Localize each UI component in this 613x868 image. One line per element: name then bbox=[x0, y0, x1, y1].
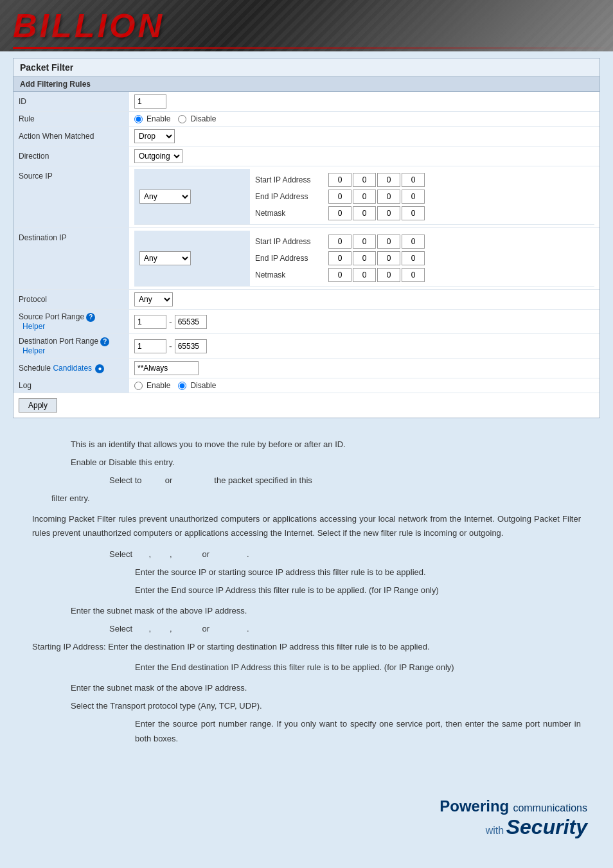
source-ip-select[interactable]: Any Single Range bbox=[139, 190, 191, 204]
source-netmask-4[interactable] bbox=[402, 206, 425, 220]
rule-enable-label[interactable]: Enable bbox=[134, 114, 170, 123]
source-end-ip4[interactable] bbox=[402, 190, 425, 204]
source-netmask-1[interactable] bbox=[328, 206, 351, 220]
desc-para4: Select , , or . bbox=[32, 547, 581, 562]
description-area: This is an identify that allows you to m… bbox=[13, 431, 600, 759]
desc-para3: Incoming Packet Filter rules prevent una… bbox=[32, 512, 581, 540]
log-enable-radio[interactable] bbox=[134, 382, 143, 390]
dest-end-ip1[interactable] bbox=[328, 251, 351, 265]
desc-para4-comma2: , bbox=[170, 549, 172, 559]
schedule-label: Schedule bbox=[19, 364, 51, 373]
apply-button[interactable]: Apply bbox=[19, 398, 57, 412]
direction-select[interactable]: Outgoing Incoming bbox=[134, 149, 182, 163]
candidates-link[interactable]: Candidates bbox=[53, 364, 92, 373]
dest-start-ip3[interactable] bbox=[377, 235, 400, 249]
source-start-fields bbox=[328, 173, 425, 187]
source-end-label: End IP Address bbox=[255, 192, 326, 201]
direction-row: Direction Outgoing Incoming bbox=[13, 146, 600, 166]
dest-end-ip3[interactable] bbox=[377, 251, 400, 265]
action-row: Action When Matched Drop Accept Reject bbox=[13, 127, 600, 146]
dest-start-ip4[interactable] bbox=[402, 235, 425, 249]
form-table: ID Rule Enable Disable bbox=[13, 92, 600, 393]
with-text: with bbox=[486, 825, 504, 836]
direction-cell: Outgoing Incoming bbox=[129, 146, 600, 166]
desc-para4b: Enter the source IP or starting source I… bbox=[32, 565, 581, 580]
dest-start-fields bbox=[328, 235, 425, 249]
source-port-range: - bbox=[134, 315, 594, 329]
dest-ip-select[interactable]: Any Single Range bbox=[139, 251, 191, 265]
schedule-label-cell: Schedule Candidates ● bbox=[13, 359, 129, 378]
dest-port-start[interactable] bbox=[134, 339, 166, 353]
log-disable-text: Disable bbox=[190, 381, 216, 390]
rule-enable-text: Enable bbox=[147, 114, 170, 123]
dest-netmask-4[interactable] bbox=[402, 268, 425, 282]
communications-text: communications bbox=[513, 802, 587, 813]
protocol-select[interactable]: Any TCP UDP bbox=[134, 292, 173, 306]
dest-start-ip1[interactable] bbox=[328, 235, 351, 249]
log-disable-label[interactable]: Disable bbox=[178, 381, 216, 390]
action-cell: Drop Accept Reject bbox=[129, 127, 600, 146]
log-label: Log bbox=[13, 378, 129, 393]
source-netmask-fields bbox=[328, 206, 425, 220]
id-cell bbox=[129, 92, 600, 112]
dest-port-helper-link[interactable]: Helper bbox=[22, 346, 45, 355]
log-disable-radio[interactable] bbox=[178, 382, 186, 390]
source-end-ip1[interactable] bbox=[328, 190, 351, 204]
source-port-end[interactable] bbox=[175, 315, 207, 329]
rule-disable-text: Disable bbox=[190, 114, 216, 123]
desc-para8: Enter the End destination IP Address thi… bbox=[32, 660, 581, 675]
desc-para1b: Enable or Disable this entry. bbox=[32, 456, 581, 470]
source-start-ip1[interactable] bbox=[328, 173, 351, 187]
source-port-row: Source Port Range ? Helper - bbox=[13, 310, 600, 334]
dest-netmask-3[interactable] bbox=[377, 268, 400, 282]
log-radio-group: Enable Disable bbox=[134, 381, 594, 390]
dest-port-end[interactable] bbox=[175, 339, 207, 353]
panel-title: Packet Filter bbox=[13, 58, 600, 77]
action-select[interactable]: Drop Accept Reject bbox=[134, 129, 175, 143]
dest-netmask-1[interactable] bbox=[328, 268, 351, 282]
dest-netmask-row: Netmask bbox=[255, 267, 589, 283]
main-content: Packet Filter Add Filtering Rules ID Rul… bbox=[0, 51, 613, 868]
schedule-input[interactable] bbox=[134, 361, 199, 375]
protocol-label: Protocol bbox=[13, 290, 129, 310]
source-port-dash: - bbox=[169, 317, 172, 327]
dest-netmask-2[interactable] bbox=[353, 268, 376, 282]
rule-enable-radio[interactable] bbox=[134, 115, 143, 123]
source-ip-label-cell: Source IP bbox=[13, 166, 129, 228]
desc-para2-end: the packet specified in this bbox=[214, 475, 312, 485]
source-port-label-cell: Source Port Range ? Helper bbox=[13, 310, 129, 334]
source-netmask-3[interactable] bbox=[377, 206, 400, 220]
source-start-ip3[interactable] bbox=[377, 173, 400, 187]
desc-para1-text: This is an identify that allows you to m… bbox=[71, 439, 346, 449]
rule-disable-radio[interactable] bbox=[178, 115, 186, 123]
log-enable-label[interactable]: Enable bbox=[134, 381, 170, 390]
schedule-row: Schedule Candidates ● bbox=[13, 359, 600, 378]
source-start-ip2[interactable] bbox=[353, 173, 376, 187]
dest-start-ip2[interactable] bbox=[353, 235, 376, 249]
desc-para7: Select , , or . bbox=[32, 622, 581, 636]
desc-para11: Enter the source port number range. If y… bbox=[32, 717, 581, 745]
dest-end-ip4[interactable] bbox=[402, 251, 425, 265]
source-netmask-2[interactable] bbox=[353, 206, 376, 220]
rule-disable-label[interactable]: Disable bbox=[178, 114, 216, 123]
candidates-icon: ● bbox=[95, 364, 104, 373]
source-port-start[interactable] bbox=[134, 315, 166, 329]
section-header: Add Filtering Rules bbox=[13, 77, 600, 92]
id-input[interactable] bbox=[134, 94, 166, 109]
source-start-ip4[interactable] bbox=[402, 173, 425, 187]
source-end-ip2[interactable] bbox=[353, 190, 376, 204]
dest-port-label: Destination Port Range bbox=[19, 337, 98, 346]
footer-powering: Powering communications bbox=[13, 797, 587, 815]
footer-security: with Security bbox=[13, 815, 587, 839]
desc-para6: Enter the subnet mask of the above IP ad… bbox=[32, 604, 581, 618]
desc-para2: Select to or the packet specified in thi… bbox=[32, 474, 581, 488]
dest-end-ip2[interactable] bbox=[353, 251, 376, 265]
action-label: Action When Matched bbox=[13, 127, 129, 146]
protocol-row: Protocol Any TCP UDP bbox=[13, 290, 600, 310]
desc-para7-select: Select bbox=[109, 624, 132, 633]
log-row: Log Enable Disable bbox=[13, 378, 600, 393]
source-end-ip3[interactable] bbox=[377, 190, 400, 204]
log-enable-text: Enable bbox=[147, 381, 170, 390]
source-port-helper-link[interactable]: Helper bbox=[22, 322, 45, 331]
rule-row: Rule Enable Disable bbox=[13, 112, 600, 127]
